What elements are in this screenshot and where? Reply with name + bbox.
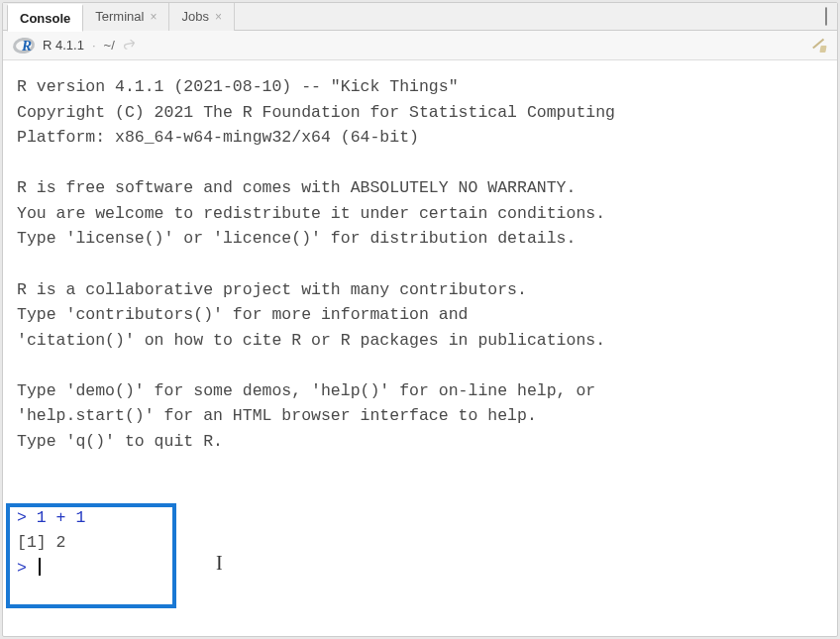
close-icon[interactable]: × (150, 10, 157, 24)
tab-terminal-label: Terminal (95, 9, 144, 24)
separator: · (92, 38, 96, 53)
tab-jobs-label: Jobs (181, 9, 208, 24)
console-panel: Console Terminal × Jobs × R R 4.1.1 · ~/ (2, 2, 838, 637)
startup-text: R version 4.1.1 (2021-08-10) -- "Kick Th… (17, 74, 823, 454)
tab-jobs[interactable]: Jobs × (169, 3, 234, 31)
tab-bar: Console Terminal × Jobs × (3, 3, 837, 31)
maximize-pane-icon[interactable] (825, 8, 827, 26)
text-cursor (39, 558, 41, 576)
console-result: [1] 2 (17, 533, 66, 552)
tab-terminal[interactable]: Terminal × (83, 3, 169, 31)
tab-bar-actions (825, 8, 833, 26)
r-version: R 4.1.1 (43, 38, 84, 53)
clear-console-icon[interactable] (809, 37, 827, 54)
ibeam-cursor-icon: I (216, 552, 223, 575)
console-info-bar: R R 4.1.1 · ~/ (3, 31, 837, 60)
working-directory[interactable]: ~/ (104, 38, 115, 53)
r-logo-icon: R (13, 37, 35, 54)
close-icon[interactable]: × (215, 10, 222, 24)
tab-console-label: Console (20, 11, 70, 26)
console-prompt[interactable]: > (17, 559, 41, 578)
console-output[interactable]: R version 4.1.1 (2021-08-10) -- "Kick Th… (3, 60, 837, 636)
console-input-line: > 1 + 1 (17, 508, 85, 527)
tab-console[interactable]: Console (7, 4, 83, 32)
share-arrow-icon[interactable] (123, 37, 137, 53)
